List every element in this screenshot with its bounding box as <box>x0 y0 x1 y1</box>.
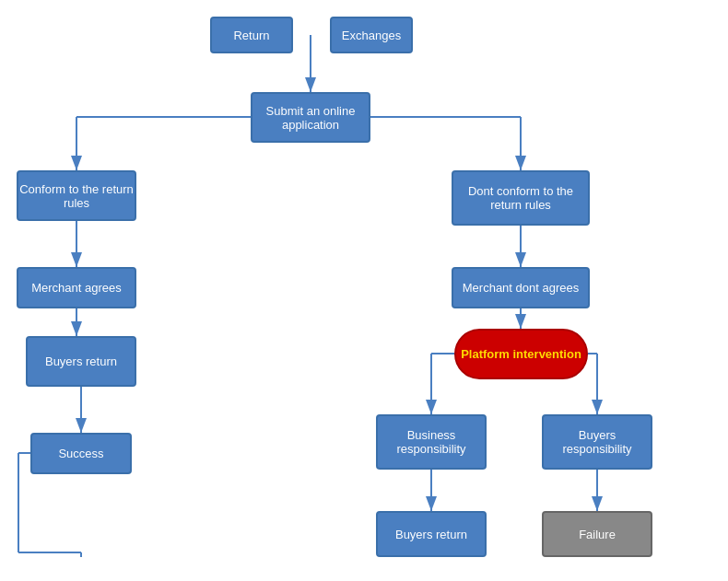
success-node: Success <box>30 433 132 474</box>
platform-intervention-node: Platform intervention <box>454 329 588 379</box>
buyers-return-right-node: Buyers return <box>376 511 487 557</box>
merchant-agrees-node: Merchant agrees <box>17 267 136 308</box>
buyers-responsibility-node: Buyers responsibility <box>542 414 652 470</box>
exchanges-node: Exchanges <box>330 17 413 53</box>
return-node: Return <box>210 17 293 53</box>
dont-conform-node: Dont conform to the return rules <box>452 170 590 226</box>
business-responsibility-node: Business responsibility <box>376 414 487 470</box>
merchant-dont-node: Merchant dont agrees <box>452 267 590 308</box>
failure-node: Failure <box>542 511 652 557</box>
flowchart: Return Exchanges Submit an online applic… <box>0 0 728 581</box>
buyers-return-left-node: Buyers return <box>26 336 136 387</box>
conform-node: Conform to the return rules <box>17 170 136 221</box>
submit-node: Submit an online application <box>251 92 370 143</box>
